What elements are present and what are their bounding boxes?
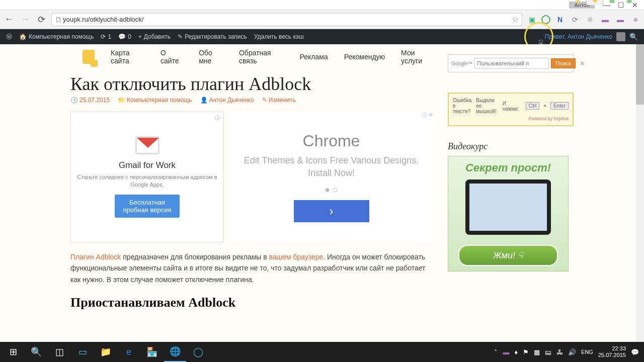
orphus-credit[interactable]: Powered by Orphus <box>453 116 569 121</box>
tray-language[interactable]: ENG <box>581 349 593 355</box>
nav-link[interactable]: Обратная связь <box>239 49 284 65</box>
taskbar-app[interactable]: ▭ <box>71 342 94 362</box>
avatar[interactable] <box>616 32 625 41</box>
ad-chrome[interactable]: ⓘ ✕ Chrome Edit Themes & Icons Free Vari… <box>230 112 433 242</box>
scrollbar-thumb[interactable] <box>636 44 644 105</box>
ad-cta-button[interactable]: › <box>294 200 369 222</box>
gmail-icon <box>135 136 159 154</box>
browser-tab[interactable]: ▦ <box>603 0 620 5</box>
tray-icon[interactable]: ♦ <box>514 348 518 356</box>
wp-add-new-link[interactable]: + Добавить <box>138 33 171 40</box>
url-text: youpk.ru/otklyuchit-adblock/ <box>63 16 143 23</box>
adchoices-icon[interactable]: ⓘ <box>215 114 220 122</box>
nav-link[interactable]: Мои услуги <box>401 49 433 65</box>
system-tray: ˄ ▬ ♦ ⚑ ▦ 🖴 🖧 🔊 ENG 22:33 25.07.2015 💬 <box>494 345 642 358</box>
wp-edit-post-link[interactable]: ✎ Редактировать запись <box>178 33 247 40</box>
taskbar-app[interactable]: 📁 <box>95 342 117 362</box>
extension-icon[interactable] <box>541 15 550 24</box>
post-author-link[interactable]: 👤 Антон Дьяченко <box>200 97 254 104</box>
nav-link[interactable]: Карта сайта <box>111 49 144 65</box>
post-title: Как отключить плагин Adblock <box>70 73 433 95</box>
extension-icon[interactable]: ▬ <box>600 14 611 25</box>
taskbar-app[interactable]: 🏪 <box>141 342 163 362</box>
windows-taskbar: ⊞ 🔍 ◫ ▭ 📁 e 🏪 🌐 ◯ ˄ ▬ ♦ ⚑ ▦ 🖴 🖧 🔊 ENG 22… <box>0 342 644 362</box>
wp-logo-icon[interactable]: ⓦ <box>6 33 12 41</box>
tray-icon[interactable]: ▬ <box>503 348 509 356</box>
taskbar-app[interactable]: ◯ <box>187 342 209 362</box>
wp-site-link[interactable]: 🏠 Компьютерная помощь <box>19 33 94 40</box>
taskbar-app[interactable]: e <box>118 342 140 362</box>
post-link[interactable]: вашем браузере <box>269 253 324 261</box>
taskbar-app-chrome[interactable]: 🌐 <box>164 342 186 362</box>
site-logo-icon[interactable] <box>83 50 95 64</box>
extension-icon[interactable]: ✲ <box>585 14 596 25</box>
ad-row: ⓘ Gmail for Work Станьте солиднее с перс… <box>70 112 433 242</box>
nav-link[interactable]: Рекомендую <box>344 53 385 61</box>
page-icon: 🗋 <box>55 16 62 24</box>
taskview-button[interactable]: ◫ <box>48 342 70 362</box>
ad-subtext: Станьте солиднее с персонализированным а… <box>76 173 218 189</box>
post-link[interactable]: Плагин Adblock <box>70 253 121 261</box>
tray-icon[interactable]: 🖧 <box>556 348 563 356</box>
address-bar[interactable]: 🗋 youpk.ru/otklyuchit-adblock/ ☆ <box>51 13 522 26</box>
extension-icon[interactable]: N <box>554 14 566 25</box>
post-edit-link[interactable]: ✎ Изменить <box>262 97 296 104</box>
key-icon: Ctrl <box>526 102 540 110</box>
scrollbar[interactable] <box>636 44 644 342</box>
search-button[interactable]: 🔍 <box>25 342 47 362</box>
tray-icon[interactable]: ▦ <box>534 348 540 356</box>
wp-comments-link[interactable]: 💬 0 <box>118 33 131 40</box>
wp-delete-cache-link[interactable]: Удалить весь кэш <box>254 33 304 40</box>
window-titlebar: ⚡ ◆ ▦ ▦ ▥ ◧ ◧ ▦ ▦ ▦ ◧ ◧ ▦ G WP ⊕ ⊕ ⊕ ⊕ ⊕… <box>0 0 644 10</box>
extension-icon[interactable]: ▣ <box>526 14 537 25</box>
nav-link[interactable]: О сайте <box>160 49 183 65</box>
search-icon[interactable]: 🔍 <box>629 33 638 41</box>
browser-tab[interactable]: ▥ <box>637 0 644 5</box>
post-paragraph: Плагин Adblock предназначен для блокиров… <box>70 251 433 285</box>
search-input[interactable] <box>474 58 549 69</box>
post-category-link[interactable]: 📁 Компьютерная помощь <box>118 97 192 104</box>
browser-tab[interactable]: ⚡ <box>569 0 586 5</box>
ad-gmail[interactable]: ⓘ Gmail for Work Станьте солиднее с перс… <box>70 112 224 242</box>
ad-heading: Chrome <box>303 132 360 150</box>
site-nav: Карта сайта О сайте Обо мне Обратная свя… <box>70 44 433 69</box>
wp-admin-bar: ⓦ 🏠 Компьютерная помощь ⟳ 1 💬 0 + Добави… <box>0 29 644 44</box>
ad-subtext: Edit Themes & Icons Free Various Designs… <box>235 154 428 179</box>
nav-link[interactable]: Реклама <box>300 53 328 61</box>
sidebar: Google™ Поиск ✕ Ошибкав тексте? Выдели е… <box>448 44 574 315</box>
carousel-dots[interactable]: ● ○ <box>325 185 338 195</box>
post-subheading: Приостанавливаем Adblock <box>70 295 433 310</box>
banner-heading: Секрет прост! <box>448 156 568 179</box>
ad-cta-button[interactable]: Бесплатная пробная версия <box>115 195 179 218</box>
post-date: 🕓 25.07.2015 <box>70 97 110 104</box>
banner-cta-button[interactable]: Жми! ☟ <box>458 245 558 266</box>
forward-button[interactable]: → <box>19 14 31 26</box>
tray-icon[interactable]: ˄ <box>494 348 498 356</box>
ad-heading: Gmail for Work <box>119 160 176 170</box>
video-course-banner[interactable]: Секрет прост! Жми! ☟ <box>448 156 569 272</box>
back-button[interactable]: ← <box>3 14 15 26</box>
chrome-menu-icon[interactable]: ≡ <box>630 14 641 25</box>
main-column: Карта сайта О сайте Обо мне Обратная свя… <box>70 44 433 315</box>
wp-greeting[interactable]: Привет, Антон Дьяченко <box>545 33 612 40</box>
tray-volume-icon[interactable]: 🔊 <box>568 348 576 356</box>
tray-clock[interactable]: 22:33 25.07.2015 <box>598 345 626 358</box>
tray-icon[interactable]: ⚑ <box>523 348 529 356</box>
orphus-widget[interactable]: Ошибкав тексте? Выдели еемышкой! И нажми… <box>448 93 574 126</box>
tray-notifications-icon[interactable]: 💬 <box>631 348 639 356</box>
wp-updates-link[interactable]: ⟳ 1 <box>101 33 111 40</box>
nav-link[interactable]: Обо мне <box>199 49 223 65</box>
browser-tab[interactable]: ◆ <box>586 0 603 5</box>
extension-icon[interactable]: ▬ <box>615 14 626 25</box>
search-button[interactable]: Поиск <box>551 58 575 68</box>
reload-button[interactable]: ⟳ <box>35 14 47 26</box>
start-button[interactable]: ⊞ <box>2 342 24 362</box>
bookmark-star-icon[interactable]: ☆ <box>512 15 519 24</box>
tray-icon[interactable]: 🖴 <box>545 348 551 356</box>
sidebar-heading: Видеокурс <box>448 141 574 152</box>
extension-icon[interactable]: ⟳ <box>570 14 581 25</box>
adchoices-icon[interactable]: ⓘ ✕ <box>422 112 433 119</box>
close-icon[interactable]: ✕ <box>578 60 587 67</box>
post-meta: 🕓 25.07.2015 📁 Компьютерная помощь 👤 Ант… <box>70 97 433 104</box>
browser-tab[interactable]: ▦ <box>620 0 637 5</box>
